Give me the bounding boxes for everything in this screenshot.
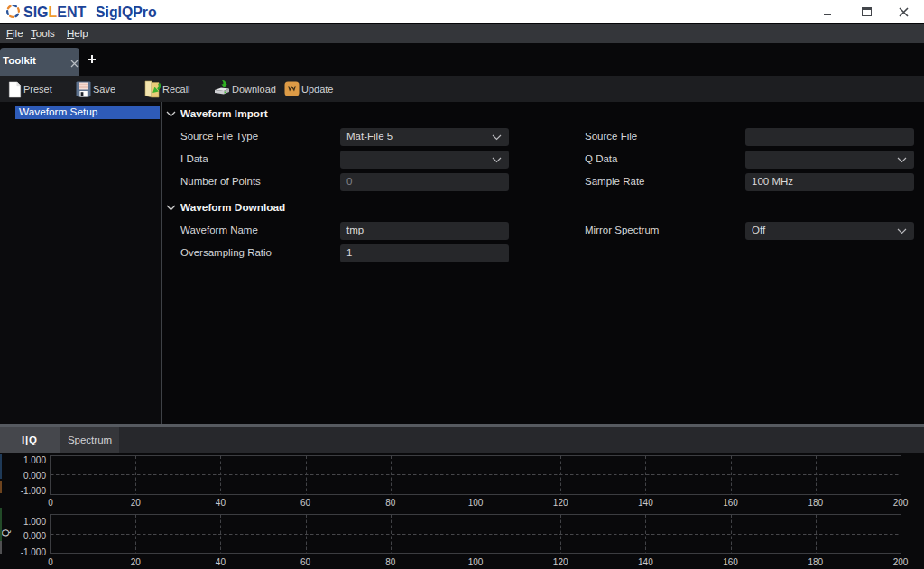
svg-text:1.000: 1.000	[23, 455, 46, 465]
svg-text:20: 20	[131, 557, 142, 567]
svg-text:180: 180	[808, 557, 823, 567]
svg-text:40: 40	[216, 498, 226, 508]
svg-text:0: 0	[48, 498, 53, 508]
svg-text:120: 120	[553, 557, 568, 567]
svg-text:-1.000: -1.000	[21, 486, 47, 496]
svg-text:-1.000: -1.000	[21, 547, 47, 557]
svg-text:100: 100	[468, 498, 484, 508]
svg-text:200: 200	[893, 498, 909, 508]
svg-text:60: 60	[300, 498, 311, 508]
svg-text:160: 160	[723, 557, 738, 567]
svg-text:140: 140	[638, 557, 653, 567]
svg-text:140: 140	[638, 498, 653, 508]
svg-text:80: 80	[385, 557, 396, 567]
svg-text:20: 20	[131, 498, 142, 508]
svg-text:0.000: 0.000	[23, 531, 46, 541]
svg-text:180: 180	[808, 498, 823, 508]
svg-text:0.000: 0.000	[23, 471, 46, 481]
svg-text:160: 160	[723, 498, 738, 508]
svg-text:0: 0	[48, 557, 53, 567]
svg-text:1.000: 1.000	[23, 517, 46, 527]
svg-text:100: 100	[468, 557, 484, 567]
svg-text:200: 200	[893, 557, 909, 567]
svg-text:80: 80	[385, 498, 396, 508]
svg-text:60: 60	[300, 557, 311, 567]
svg-text:40: 40	[216, 557, 226, 567]
svg-text:120: 120	[553, 498, 568, 508]
